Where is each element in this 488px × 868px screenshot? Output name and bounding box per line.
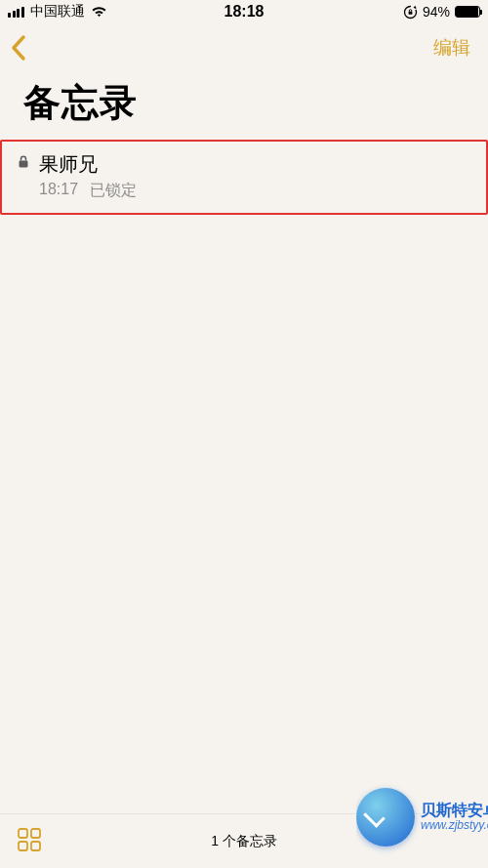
svg-rect-5 — [19, 842, 27, 850]
note-status: 已锁定 — [90, 181, 137, 201]
carrier-label: 中国联通 — [30, 3, 85, 21]
svg-rect-4 — [31, 829, 40, 838]
bottom-toolbar: 1 个备忘录 — [0, 813, 488, 868]
status-right: 94% — [403, 4, 480, 20]
svg-rect-6 — [31, 842, 40, 850]
edit-button[interactable]: 编辑 — [433, 35, 478, 61]
status-time: 18:18 — [224, 3, 264, 21]
note-item[interactable]: 果师兄 18:17 已锁定 — [0, 140, 488, 215]
battery-icon — [455, 6, 480, 18]
note-subtitle: 18:17 已锁定 — [39, 181, 470, 201]
grid-view-button[interactable] — [16, 826, 43, 857]
svg-rect-3 — [19, 829, 27, 838]
cellular-signal-icon — [8, 7, 24, 18]
back-button[interactable] — [10, 34, 27, 62]
page-title: 备忘录 — [23, 78, 465, 128]
svg-rect-2 — [20, 161, 28, 168]
title-row: 备忘录 — [0, 72, 488, 140]
status-bar: 中国联通 18:18 94% — [0, 0, 488, 23]
rotation-lock-icon — [403, 5, 418, 20]
status-left: 中国联通 — [8, 3, 107, 21]
battery-percentage: 94% — [423, 4, 450, 20]
chevron-left-icon — [10, 34, 27, 62]
nav-bar: 编辑 — [0, 23, 488, 72]
note-time: 18:17 — [39, 181, 78, 201]
wifi-icon — [91, 4, 107, 21]
note-title: 果师兄 — [39, 151, 470, 178]
note-count-label: 1 个备忘录 — [211, 833, 277, 850]
grid-icon — [16, 826, 43, 853]
notes-list: 果师兄 18:17 已锁定 — [0, 140, 488, 215]
note-text: 果师兄 18:17 已锁定 — [39, 151, 470, 201]
lock-icon — [18, 151, 39, 169]
svg-rect-1 — [409, 11, 413, 14]
